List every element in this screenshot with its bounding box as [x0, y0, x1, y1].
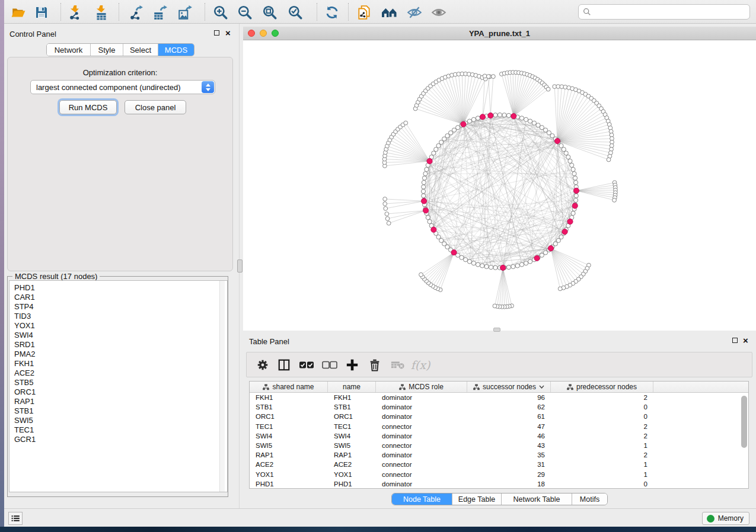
- network-node[interactable]: [497, 113, 502, 117]
- column-header-shared-name[interactable]: shared name: [250, 382, 328, 392]
- table-row[interactable]: RAP1RAP1dominator352: [250, 450, 748, 460]
- select-all-icon[interactable]: [298, 356, 315, 374]
- network-dominator-node[interactable]: [421, 198, 426, 204]
- save-session-icon[interactable]: [33, 4, 50, 21]
- tab-motifs[interactable]: Motifs: [572, 493, 607, 505]
- show-panel-eye-icon[interactable]: [430, 4, 447, 21]
- network-dominator-node[interactable]: [451, 250, 457, 255]
- network-leaf-node[interactable]: [419, 273, 423, 277]
- network-leaf-node[interactable]: [546, 87, 550, 91]
- network-node[interactable]: [422, 194, 426, 198]
- network-node[interactable]: [471, 117, 476, 121]
- network-leaf-node[interactable]: [486, 75, 490, 79]
- network-dominator-node[interactable]: [488, 113, 493, 118]
- tab-network[interactable]: Network: [47, 44, 91, 56]
- tab-mcds[interactable]: MCDS: [158, 44, 194, 56]
- table-row[interactable]: ACE2ACE2connector311: [250, 460, 748, 469]
- column-header-name[interactable]: name: [328, 382, 376, 392]
- zoom-fit-icon[interactable]: [261, 4, 278, 21]
- network-node[interactable]: [519, 116, 524, 120]
- export-network-icon[interactable]: [127, 4, 144, 21]
- network-node[interactable]: [568, 159, 572, 163]
- mcds-result-item[interactable]: STB1: [14, 406, 227, 416]
- mcds-result-item[interactable]: SWI4: [14, 331, 227, 340]
- run-mcds-button[interactable]: Run MCDS: [59, 100, 117, 114]
- mcds-result-item[interactable]: SRD1: [14, 340, 227, 350]
- tab-edge-table[interactable]: Edge Table: [452, 493, 502, 505]
- network-node[interactable]: [423, 172, 428, 176]
- network-dominator-node[interactable]: [431, 227, 436, 232]
- mcds-list-scrollbar[interactable]: [219, 281, 225, 492]
- network-node[interactable]: [540, 253, 544, 257]
- network-leaf-node[interactable]: [558, 287, 562, 291]
- network-node[interactable]: [428, 219, 432, 223]
- mcds-result-item[interactable]: FKH1: [14, 359, 227, 368]
- delete-column-icon[interactable]: [366, 356, 384, 374]
- network-node[interactable]: [524, 261, 528, 265]
- network-dominator-node[interactable]: [480, 114, 485, 120]
- mcds-result-item[interactable]: STP4: [14, 302, 227, 312]
- zoom-selected-icon[interactable]: [287, 4, 304, 21]
- network-dominator-node[interactable]: [567, 219, 573, 224]
- function-builder-icon[interactable]: f(x): [412, 356, 429, 374]
- table-row[interactable]: SWI5SWI5connector431: [250, 441, 748, 450]
- network-node[interactable]: [566, 155, 570, 159]
- table-row[interactable]: ORC1ORC1dominator610: [250, 412, 748, 421]
- mcds-result-item[interactable]: YOX1: [14, 321, 227, 331]
- network-node[interactable]: [467, 259, 471, 264]
- network-node[interactable]: [493, 265, 497, 270]
- vertical-splitter-handle[interactable]: [237, 259, 243, 273]
- network-node[interactable]: [493, 113, 497, 117]
- network-leaf-node[interactable]: [385, 217, 390, 221]
- mcds-result-item[interactable]: TID3: [14, 312, 227, 321]
- network-leaf-node[interactable]: [404, 121, 408, 125]
- network-node[interactable]: [564, 151, 568, 155]
- unselect-all-icon[interactable]: [321, 356, 339, 374]
- show-column-panel-icon[interactable]: [275, 356, 293, 374]
- list-mode-button[interactable]: [8, 512, 23, 525]
- table-row[interactable]: FKH1FKH1dominator962: [250, 393, 748, 402]
- network-node[interactable]: [519, 262, 524, 267]
- column-header-successor-nodes[interactable]: successor nodes: [467, 382, 551, 392]
- network-leaf-node[interactable]: [384, 207, 388, 211]
- network-node[interactable]: [476, 116, 480, 120]
- network-dominator-node[interactable]: [534, 255, 540, 261]
- network-node[interactable]: [425, 167, 429, 171]
- tab-select[interactable]: Select: [123, 44, 158, 56]
- tab-style[interactable]: Style: [91, 44, 123, 56]
- refresh-icon[interactable]: [324, 4, 340, 21]
- network-node[interactable]: [511, 264, 515, 268]
- network-leaf-node[interactable]: [383, 202, 387, 206]
- network-dominator-node[interactable]: [427, 158, 432, 164]
- network-canvas[interactable]: [243, 40, 756, 331]
- network-node[interactable]: [432, 151, 436, 155]
- network-window-titlebar[interactable]: YPA_prune.txt_1: [243, 27, 756, 40]
- mcds-result-item[interactable]: PHD1: [14, 283, 227, 293]
- criterion-dropdown[interactable]: largest connected component (undirected): [30, 80, 215, 94]
- column-header-mcds-role[interactable]: MCDS role: [376, 382, 467, 392]
- float-panel-icon[interactable]: [214, 30, 219, 36]
- table-row[interactable]: SWI4SWI4dominator462: [250, 431, 748, 441]
- import-network-icon[interactable]: [67, 4, 84, 21]
- network-leaf-node[interactable]: [493, 304, 497, 308]
- network-leaf-node[interactable]: [385, 212, 389, 216]
- network-dominator-node[interactable]: [554, 138, 560, 143]
- import-table-icon[interactable]: [93, 4, 110, 21]
- network-node[interactable]: [422, 185, 426, 189]
- network-node[interactable]: [421, 189, 425, 193]
- horizontal-splitter-handle[interactable]: [493, 328, 500, 332]
- table-row[interactable]: STB1STB1dominator620: [250, 402, 748, 412]
- network-node[interactable]: [571, 211, 575, 215]
- close-panel-icon[interactable]: ×: [225, 30, 231, 37]
- close-table-panel-icon[interactable]: ×: [743, 337, 748, 344]
- mcds-result-item[interactable]: PMA2: [14, 350, 227, 359]
- network-node[interactable]: [528, 119, 532, 123]
- network-node[interactable]: [571, 167, 575, 171]
- mcds-result-item[interactable]: ACE2: [14, 368, 227, 378]
- mcds-result-item[interactable]: ORC1: [14, 387, 227, 397]
- mcds-result-item[interactable]: GCR1: [14, 435, 227, 444]
- network-leaf-node[interactable]: [607, 158, 611, 162]
- network-dominator-node[interactable]: [423, 208, 429, 213]
- network-leaf-node[interactable]: [613, 198, 617, 202]
- network-node[interactable]: [484, 264, 489, 268]
